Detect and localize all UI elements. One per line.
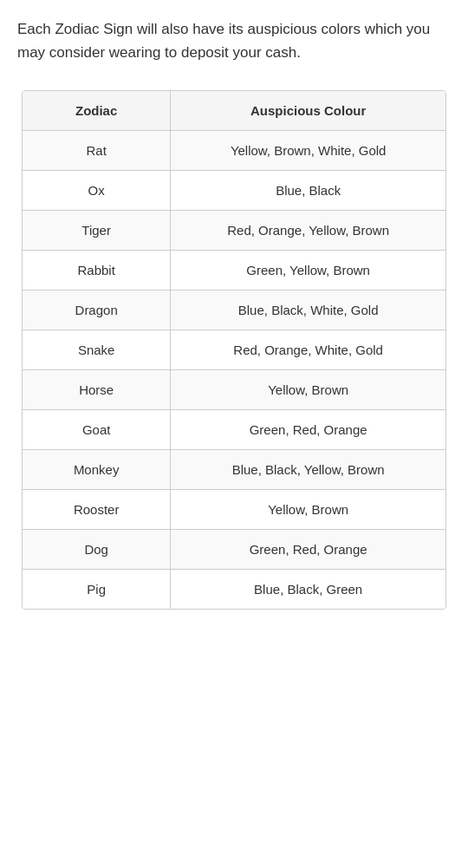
- colour-cell: Blue, Black, Yellow, Brown: [171, 450, 445, 490]
- table-row: TigerRed, Orange, Yellow, Brown: [23, 211, 445, 251]
- colour-cell: Green, Red, Orange: [171, 530, 445, 570]
- zodiac-cell: Rooster: [23, 490, 171, 530]
- table-row: RabbitGreen, Yellow, Brown: [23, 251, 445, 290]
- colour-cell: Blue, Black: [171, 171, 445, 211]
- colour-cell: Blue, Black, White, Gold: [171, 290, 445, 330]
- intro-paragraph: Each Zodiac Sign will also have its ausp…: [17, 17, 451, 64]
- table-row: OxBlue, Black: [23, 171, 445, 211]
- colour-cell: Red, Orange, Yellow, Brown: [171, 211, 445, 251]
- table-row: RatYellow, Brown, White, Gold: [23, 131, 445, 171]
- colour-cell: Green, Yellow, Brown: [171, 251, 445, 290]
- table-row: PigBlue, Black, Green: [23, 570, 445, 610]
- zodiac-cell: Monkey: [23, 450, 171, 490]
- table-header-row: Zodiac Auspicious Colour: [23, 91, 445, 131]
- zodiac-cell: Rabbit: [23, 251, 171, 290]
- colour-column-header: Auspicious Colour: [171, 91, 445, 131]
- zodiac-cell: Snake: [23, 330, 171, 370]
- colour-cell: Green, Red, Orange: [171, 410, 445, 450]
- table-row: HorseYellow, Brown: [23, 370, 445, 410]
- zodiac-cell: Rat: [23, 131, 171, 171]
- colour-cell: Yellow, Brown, White, Gold: [171, 131, 445, 171]
- colour-cell: Red, Orange, White, Gold: [171, 330, 445, 370]
- table-row: DragonBlue, Black, White, Gold: [23, 290, 445, 330]
- zodiac-cell: Pig: [23, 570, 171, 610]
- table-row: GoatGreen, Red, Orange: [23, 410, 445, 450]
- table-row: SnakeRed, Orange, White, Gold: [23, 330, 445, 370]
- colour-cell: Blue, Black, Green: [171, 570, 445, 610]
- table-row: MonkeyBlue, Black, Yellow, Brown: [23, 450, 445, 490]
- table-row: DogGreen, Red, Orange: [23, 530, 445, 570]
- colour-cell: Yellow, Brown: [171, 490, 445, 530]
- colour-cell: Yellow, Brown: [171, 370, 445, 410]
- table-row: RoosterYellow, Brown: [23, 490, 445, 530]
- zodiac-cell: Dog: [23, 530, 171, 570]
- zodiac-colour-table: Zodiac Auspicious Colour RatYellow, Brow…: [23, 91, 445, 609]
- zodiac-cell: Horse: [23, 370, 171, 410]
- zodiac-cell: Tiger: [23, 211, 171, 251]
- zodiac-cell: Ox: [23, 171, 171, 211]
- zodiac-column-header: Zodiac: [23, 91, 171, 131]
- zodiac-cell: Dragon: [23, 290, 171, 330]
- zodiac-cell: Goat: [23, 410, 171, 450]
- zodiac-colour-table-wrapper: Zodiac Auspicious Colour RatYellow, Brow…: [22, 90, 446, 610]
